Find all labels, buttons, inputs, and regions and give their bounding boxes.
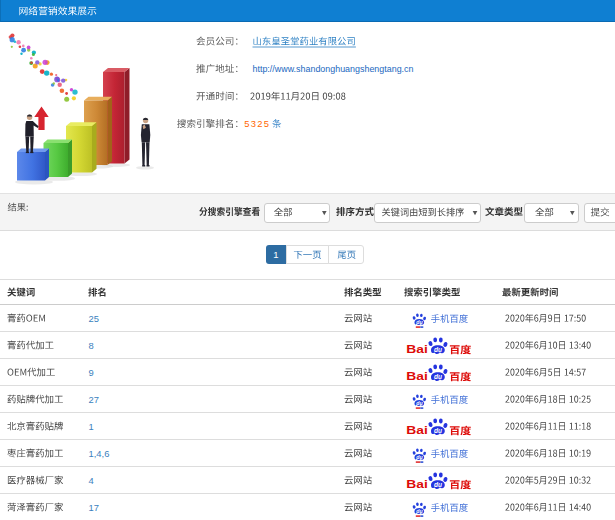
svg-text:du: du [416, 508, 423, 514]
svg-text:4: 4 [89, 475, 94, 486]
svg-text:http://www.shandonghuangshengt: http://www.shandonghuangshengtang.cn [253, 64, 414, 74]
svg-text:du: du [434, 481, 442, 488]
svg-text:1: 1 [273, 249, 278, 260]
svg-text:9: 9 [89, 367, 94, 378]
svg-text:Bai: Bai [406, 343, 428, 355]
svg-text:Bai: Bai [406, 478, 428, 490]
svg-text:du: du [434, 373, 442, 380]
svg-text:Bai: Bai [406, 370, 428, 382]
svg-text:27: 27 [89, 394, 99, 405]
svg-text:du: du [416, 400, 423, 406]
svg-text:1: 1 [89, 421, 94, 432]
svg-text:25: 25 [89, 313, 99, 324]
svg-text:17: 17 [89, 502, 99, 513]
svg-text:Bai: Bai [406, 424, 428, 436]
svg-text:5325: 5325 [244, 118, 270, 129]
svg-text:1,4,6: 1,4,6 [89, 448, 110, 459]
svg-text:8: 8 [89, 340, 94, 351]
svg-text:du: du [416, 319, 423, 325]
svg-text:du: du [416, 454, 423, 460]
svg-text:du: du [434, 427, 442, 434]
svg-text:du: du [434, 346, 442, 353]
